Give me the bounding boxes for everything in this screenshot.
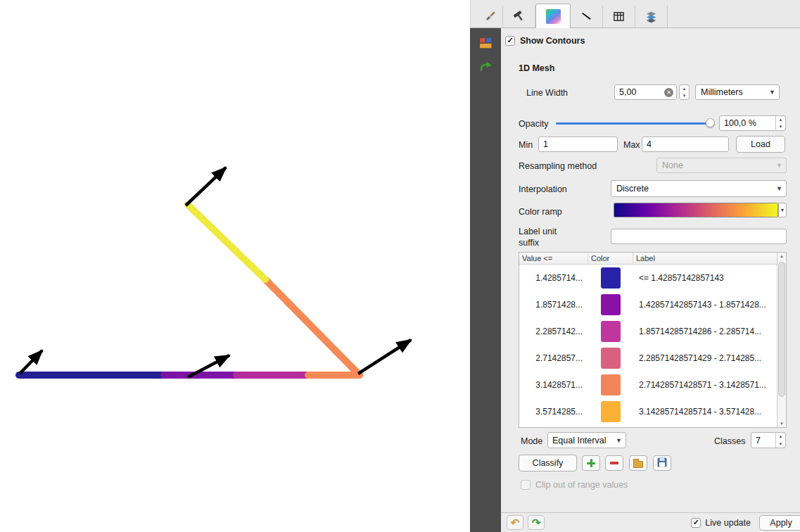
classes-table: Value <= Color Label 1.4285714... <= 1.4…	[519, 252, 787, 428]
map-canvas-svg[interactable]	[0, 0, 470, 532]
row-color-cell	[588, 401, 633, 422]
scroll-down-icon[interactable]: ▼	[777, 422, 786, 426]
min-input[interactable]	[539, 137, 617, 151]
classes-stepper[interactable]: ▲▼	[775, 433, 785, 448]
row-color-swatch[interactable]	[601, 374, 621, 395]
stepper-up-icon[interactable]: ▲	[680, 85, 689, 92]
mode-value: Equal Interval	[552, 436, 606, 445]
save-ramp-button[interactable]	[653, 455, 671, 471]
color-ramp-dropdown[interactable]: ▼	[778, 203, 787, 217]
tab-table[interactable]	[603, 6, 635, 27]
opacity-spinbox[interactable]: 100,0 % ▲▼	[719, 115, 786, 131]
row-label: 1.85714285714286 - 2.285714...	[633, 327, 777, 336]
row-color-swatch[interactable]	[601, 348, 621, 369]
line-width-unit-combo[interactable]: Millimeters ▼	[695, 84, 780, 100]
mode-combo[interactable]: Equal Interval ▼	[547, 432, 626, 448]
layers-icon	[645, 10, 658, 23]
classes-spinbox[interactable]: 7 ▲▼	[751, 432, 786, 448]
redo-style-button[interactable]: ↷	[528, 515, 545, 530]
remove-class-button[interactable]	[605, 455, 623, 471]
min-input-wrap	[538, 137, 618, 152]
classes-table-body: 1.4285714... <= 1.42857142857143 1.85714…	[519, 265, 777, 427]
max-label: Max	[623, 140, 640, 150]
row-label: 2.71428571428571 - 3.1428571...	[633, 380, 777, 390]
undo-style-button[interactable]: ↶	[507, 515, 523, 530]
opacity-label: Opacity	[519, 119, 548, 129]
classify-button[interactable]: Classify	[519, 455, 577, 471]
header-color: Color	[588, 253, 633, 264]
table-scrollbar[interactable]: ▲ ▼	[777, 253, 786, 427]
label-unit-suffix-input[interactable]	[611, 229, 786, 243]
panel-side-toolbar	[470, 28, 501, 532]
row-color-cell	[588, 348, 633, 369]
flow-arrow	[20, 350, 42, 374]
opacity-slider[interactable]	[556, 118, 714, 128]
row-color-cell	[588, 294, 633, 315]
header-value: Value <=	[519, 253, 588, 264]
resampling-value: None	[662, 160, 683, 170]
tab-general-settings[interactable]	[503, 6, 535, 27]
opacity-fill	[556, 122, 714, 125]
tab-contours[interactable]	[535, 4, 571, 28]
row-color-swatch[interactable]	[601, 401, 621, 422]
flow-arrow	[358, 340, 411, 374]
clear-icon[interactable]: ✕	[664, 88, 673, 97]
table-row[interactable]: 2.2857142... 1.85714285714286 - 2.285714…	[519, 318, 777, 345]
max-input[interactable]	[642, 137, 728, 151]
clip-range-label: Clip out of range values	[535, 480, 628, 490]
apply-button[interactable]: Apply	[759, 515, 800, 531]
classes-value: 7	[751, 433, 775, 448]
min-label: Min	[519, 140, 533, 150]
table-row[interactable]: 1.4285714... <= 1.42857142857143	[519, 265, 777, 291]
add-class-button[interactable]	[582, 455, 600, 471]
table-row[interactable]: 1.8571428... 1.42857142857143 - 1.857142…	[519, 291, 777, 318]
load-button[interactable]: Load	[736, 136, 785, 153]
opacity-handle[interactable]	[706, 118, 715, 127]
interpolation-combo[interactable]: Discrete ▼	[611, 180, 787, 197]
color-gradient-icon	[546, 9, 561, 24]
scroll-up-icon[interactable]: ▲	[777, 254, 786, 258]
tab-lines[interactable]	[571, 6, 603, 27]
row-color-swatch[interactable]	[601, 294, 621, 315]
row-value: 3.1428571...	[519, 380, 588, 390]
folder-icon	[633, 461, 643, 468]
show-contours-checkbox[interactable]: ✓	[505, 36, 515, 46]
row-color-cell	[588, 321, 633, 342]
mesh-edge	[188, 205, 265, 279]
mesh-group-title: 1D Mesh	[519, 63, 554, 73]
tab-symbology[interactable]	[478, 6, 503, 27]
scrollbar-thumb[interactable]	[778, 262, 785, 397]
table-row[interactable]: 3.5714285... 3.14285714285714 - 3.571428…	[519, 398, 777, 425]
map-canvas[interactable]	[0, 0, 470, 532]
redo-icon: ↷	[532, 517, 541, 529]
line-width-stepper[interactable]: ▲ ▼	[679, 84, 690, 100]
chevron-down-icon: ▼	[776, 185, 782, 192]
label-unit-suffix-wrap	[611, 229, 787, 244]
mode-label: Mode	[521, 436, 542, 446]
row-value: 3.5714285...	[519, 407, 588, 417]
live-update-checkbox[interactable]: ✓	[691, 518, 701, 528]
stepper-down-icon[interactable]: ▼	[680, 92, 689, 99]
opacity-stepper[interactable]: ▲▼	[775, 116, 785, 130]
row-color-swatch[interactable]	[601, 321, 621, 342]
row-value: 2.2857142...	[519, 327, 588, 336]
clip-range-checkbox[interactable]: ✓	[521, 480, 531, 490]
resampling-combo[interactable]: None ▼	[656, 158, 787, 173]
show-contours-label: Show Contours	[520, 36, 585, 46]
color-ramp-preview[interactable]	[614, 203, 778, 217]
tab-layers[interactable]	[635, 6, 668, 27]
live-update-label: Live update	[705, 518, 751, 528]
mesh-symbology-icon[interactable]	[476, 34, 495, 52]
header-label: Label	[633, 253, 777, 264]
interpolation-value: Discrete	[616, 184, 649, 194]
reload-style-icon[interactable]	[476, 58, 495, 77]
hammer-icon	[512, 10, 526, 23]
table-row[interactable]: 2.7142857... 2.28571428571429 - 2.714285…	[519, 345, 777, 372]
resampling-label: Resampling method	[519, 161, 597, 171]
table-row[interactable]: 3.1428571... 2.71428571428571 - 3.142857…	[519, 372, 777, 398]
show-contours-row: ✓ Show Contours	[505, 36, 585, 46]
row-value: 1.4285714...	[519, 273, 588, 283]
load-ramp-button[interactable]	[629, 455, 647, 471]
paintbrush-icon	[483, 10, 497, 23]
row-color-swatch[interactable]	[601, 267, 621, 289]
